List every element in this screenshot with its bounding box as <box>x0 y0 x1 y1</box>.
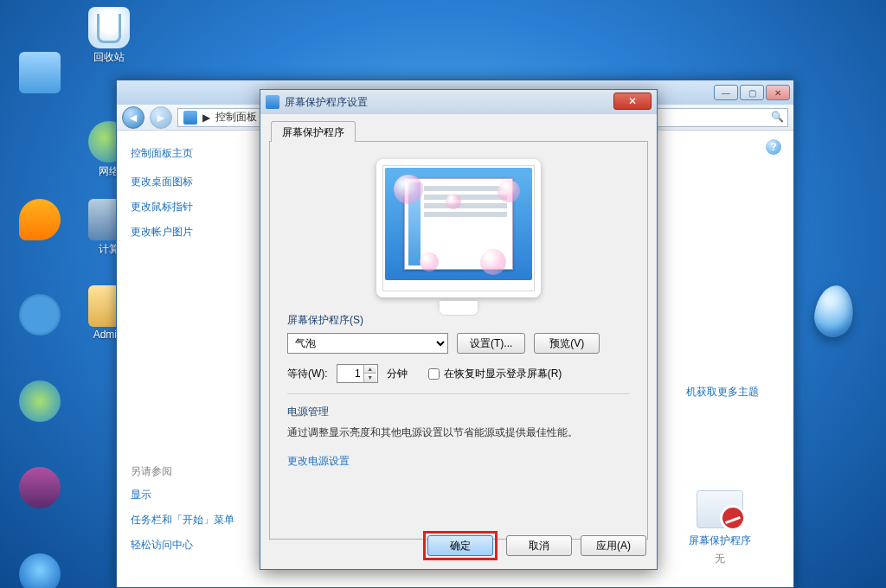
desktop-icon-b[interactable] <box>9 199 71 242</box>
wait-label: 等待(W): <box>287 367 328 381</box>
dialog-button-row: 确定 取消 应用(A) <box>423 531 646 560</box>
ok-button[interactable]: 确定 <box>427 535 493 556</box>
control-panel-icon <box>183 111 197 125</box>
desktop-icon-a[interactable] <box>9 52 71 95</box>
resume-checkbox[interactable] <box>428 368 440 380</box>
tab-strip: 屏幕保护程序 <box>269 119 648 142</box>
screensaver-settings-dialog: 屏幕保护程序设置 ✕ 屏幕保护程序 屏幕保护程序(S) 气泡 <box>260 89 658 570</box>
screensaver-select[interactable]: 气泡 <box>287 333 448 354</box>
app-icon <box>19 467 61 508</box>
sidebar-link-taskbar[interactable]: 任务栏和「开始」菜单 <box>131 513 250 527</box>
desktop-icon-recycle-bin[interactable]: 回收站 <box>78 7 140 65</box>
tab-screensaver[interactable]: 屏幕保护程序 <box>271 121 356 143</box>
breadcrumb-sep: ▶ <box>202 112 210 124</box>
bubble-icon <box>498 180 520 202</box>
dialog-icon <box>266 95 279 109</box>
preview-button[interactable]: 预览(V) <box>534 333 600 354</box>
bubble-icon <box>480 249 506 275</box>
screensaver-none-icon <box>697 490 743 528</box>
spin-down-button[interactable]: ▼ <box>364 374 376 382</box>
sidebar-home-link[interactable]: 控制面板主页 <box>131 146 250 161</box>
close-button[interactable]: ✕ <box>766 85 790 100</box>
nav-back-button[interactable]: ◄ <box>122 106 144 129</box>
app-icon <box>19 294 61 336</box>
minimize-button[interactable]: — <box>714 85 738 100</box>
get-more-themes-link[interactable]: 机获取更多主题 <box>664 385 759 399</box>
sidebar-link-desktop-icons[interactable]: 更改桌面图标 <box>131 175 250 189</box>
screensaver-group-label: 屏幕保护程序(S) <box>287 313 630 328</box>
desktop-icon-c[interactable] <box>9 294 71 337</box>
dialog-titlebar[interactable]: 屏幕保护程序设置 ✕ <box>260 90 657 114</box>
water-drop-decoration <box>812 283 857 340</box>
preview-screen <box>385 168 532 280</box>
resume-checkbox-text: 在恢复时显示登录屏幕(R) <box>444 367 562 381</box>
power-description: 通过调整显示亮度和其他电源设置以节省能源或提供最佳性能。 <box>287 425 630 440</box>
divider <box>287 393 630 394</box>
apply-button[interactable]: 应用(A) <box>581 535 646 556</box>
app-icon <box>19 199 61 240</box>
screensaver-preview-monitor <box>376 159 541 297</box>
wait-input[interactable] <box>337 368 363 380</box>
ok-button-highlight: 确定 <box>423 531 498 560</box>
bubble-icon <box>394 175 423 204</box>
wait-spinner[interactable]: ▲ ▼ <box>337 364 378 383</box>
sidebar-link-display[interactable]: 显示 <box>131 488 250 502</box>
icon-label: 回收站 <box>78 50 140 65</box>
maximize-button[interactable]: ▢ <box>740 85 764 100</box>
breadcrumb-item[interactable]: 控制面板 <box>215 110 257 125</box>
sidebar: 控制面板主页 更改桌面图标 更改鼠标指针 更改帐户图片 另请参阅 显示 任务栏和… <box>117 131 264 587</box>
screensaver-tile[interactable]: 屏幕保护程序 无 <box>681 490 759 566</box>
nav-forward-button[interactable]: ► <box>150 106 172 129</box>
recycle-bin-icon <box>88 7 130 48</box>
spin-up-button[interactable]: ▲ <box>364 365 376 374</box>
screensaver-tile-value: 无 <box>681 552 759 566</box>
wait-unit-label: 分钟 <box>387 367 408 381</box>
dialog-close-button[interactable]: ✕ <box>613 93 652 110</box>
change-power-settings-link[interactable]: 更改电源设置 <box>287 455 350 467</box>
sidebar-link-mouse-pointer[interactable]: 更改鼠标指针 <box>131 200 250 214</box>
screensaver-tile-label[interactable]: 屏幕保护程序 <box>681 534 759 548</box>
dialog-title: 屏幕保护程序设置 <box>285 95 368 110</box>
desktop-icon-d[interactable] <box>9 380 71 424</box>
ie-icon <box>19 553 61 588</box>
resume-checkbox-label[interactable]: 在恢复时显示登录屏幕(R) <box>428 367 562 381</box>
cancel-button[interactable]: 取消 <box>506 535 572 556</box>
bubble-icon <box>420 252 439 272</box>
sidebar-link-account-picture[interactable]: 更改帐户图片 <box>131 225 250 240</box>
desktop-icon-e[interactable] <box>9 467 71 510</box>
sidebar-link-ease-of-access[interactable]: 轻松访问中心 <box>131 538 250 553</box>
power-group-label: 电源管理 <box>287 405 630 419</box>
sidebar-see-also-label: 另请参阅 <box>131 464 250 479</box>
app-icon <box>19 52 61 93</box>
desktop-icon-ie[interactable] <box>9 553 71 588</box>
settings-button[interactable]: 设置(T)... <box>457 333 525 354</box>
bubble-icon <box>446 194 461 209</box>
tab-page: 屏幕保护程序(S) 气泡 设置(T)... 预览(V) 等待(W): ▲ ▼ 分… <box>269 142 648 540</box>
app-icon <box>19 380 61 422</box>
help-icon[interactable]: ? <box>766 139 781 155</box>
